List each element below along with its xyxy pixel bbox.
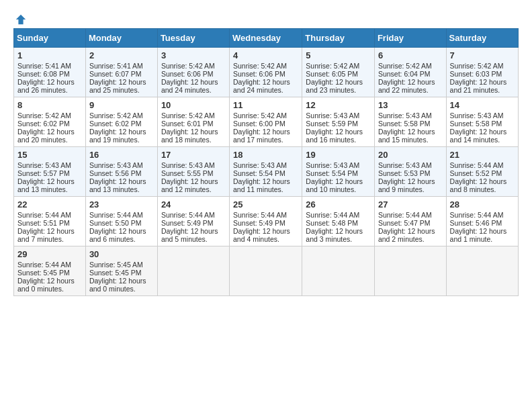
day-number: 26 (306, 199, 371, 210)
sunrise-text: Sunrise: 5:42 AM (89, 111, 154, 120)
daylight-text: Daylight: 12 hours and 3 minutes. (306, 227, 371, 243)
day-number: 1 (17, 50, 82, 60)
calendar-cell: 26Sunrise: 5:44 AMSunset: 5:48 PMDayligh… (302, 197, 375, 246)
svg-marker-0 (16, 15, 26, 24)
daylight-text: Daylight: 12 hours and 13 minutes. (17, 177, 82, 193)
logo-icon (15, 13, 27, 26)
day-number: 6 (378, 50, 443, 60)
sunset-text: Sunset: 6:02 PM (17, 120, 82, 128)
sunset-text: Sunset: 5:50 PM (89, 219, 154, 227)
sunset-text: Sunset: 6:01 PM (161, 120, 226, 128)
daylight-text: Daylight: 12 hours and 4 minutes. (233, 227, 298, 243)
sunrise-text: Sunrise: 5:41 AM (17, 62, 82, 70)
day-number: 19 (306, 150, 371, 160)
daylight-text: Daylight: 12 hours and 18 minutes. (161, 128, 226, 144)
calendar-cell: 3Sunrise: 5:42 AMSunset: 6:06 PMDaylight… (157, 48, 229, 97)
calendar-cell: 18Sunrise: 5:43 AMSunset: 5:54 PMDayligh… (230, 147, 302, 197)
day-number: 30 (89, 249, 154, 259)
sunrise-text: Sunrise: 5:44 AM (450, 161, 515, 169)
sunrise-text: Sunrise: 5:42 AM (306, 62, 371, 70)
daylight-text: Daylight: 12 hours and 17 minutes. (233, 128, 298, 144)
sunset-text: Sunset: 5:57 PM (17, 169, 82, 177)
daylight-text: Daylight: 12 hours and 0 minutes. (17, 277, 82, 293)
calendar-day-header: Monday (85, 29, 157, 48)
calendar-day-header: Sunday (14, 29, 86, 48)
day-number: 18 (233, 150, 298, 160)
sunrise-text: Sunrise: 5:42 AM (233, 62, 298, 70)
day-number: 28 (450, 199, 515, 210)
calendar-cell: 28Sunrise: 5:44 AMSunset: 5:46 PMDayligh… (446, 197, 518, 246)
sunset-text: Sunset: 5:45 PM (89, 269, 154, 277)
daylight-text: Daylight: 12 hours and 16 minutes. (306, 128, 371, 144)
day-number: 17 (161, 150, 226, 160)
calendar-cell: 12Sunrise: 5:43 AMSunset: 5:59 PMDayligh… (302, 97, 375, 147)
calendar-day-header: Wednesday (230, 29, 302, 48)
daylight-text: Daylight: 12 hours and 7 minutes. (17, 227, 82, 243)
daylight-text: Daylight: 12 hours and 5 minutes. (161, 227, 226, 243)
day-number: 12 (306, 100, 371, 110)
sunrise-text: Sunrise: 5:42 AM (450, 62, 515, 70)
calendar-header-row: SundayMondayTuesdayWednesdayThursdayFrid… (14, 29, 519, 48)
calendar-cell (230, 246, 302, 296)
daylight-text: Daylight: 12 hours and 14 minutes. (450, 128, 515, 144)
sunset-text: Sunset: 5:56 PM (89, 169, 154, 177)
calendar-day-header: Tuesday (157, 29, 229, 48)
calendar-week-row: 8Sunrise: 5:42 AMSunset: 6:02 PMDaylight… (14, 97, 519, 147)
sunrise-text: Sunrise: 5:42 AM (161, 111, 226, 120)
day-number: 2 (89, 50, 154, 60)
sunset-text: Sunset: 5:51 PM (17, 219, 82, 227)
daylight-text: Daylight: 12 hours and 11 minutes. (233, 177, 298, 193)
calendar-day-header: Thursday (302, 29, 375, 48)
daylight-text: Daylight: 12 hours and 15 minutes. (378, 128, 443, 144)
sunset-text: Sunset: 5:49 PM (233, 219, 298, 227)
sunrise-text: Sunrise: 5:43 AM (161, 161, 226, 169)
day-number: 10 (161, 100, 226, 110)
calendar-cell: 21Sunrise: 5:44 AMSunset: 5:52 PMDayligh… (446, 147, 518, 197)
sunset-text: Sunset: 5:49 PM (161, 219, 226, 227)
day-number: 7 (450, 50, 515, 60)
sunrise-text: Sunrise: 5:43 AM (89, 161, 154, 169)
daylight-text: Daylight: 12 hours and 10 minutes. (306, 177, 371, 193)
sunset-text: Sunset: 6:06 PM (233, 70, 298, 78)
day-number: 13 (378, 100, 443, 110)
day-number: 11 (233, 100, 298, 110)
calendar-cell: 5Sunrise: 5:42 AMSunset: 6:05 PMDaylight… (302, 48, 375, 97)
sunset-text: Sunset: 5:54 PM (233, 169, 298, 177)
sunset-text: Sunset: 6:00 PM (233, 120, 298, 128)
daylight-text: Daylight: 12 hours and 21 minutes. (450, 78, 515, 94)
sunset-text: Sunset: 6:04 PM (378, 70, 443, 78)
calendar-cell: 24Sunrise: 5:44 AMSunset: 5:49 PMDayligh… (157, 197, 229, 246)
day-number: 8 (17, 100, 82, 110)
sunset-text: Sunset: 6:02 PM (89, 120, 154, 128)
day-number: 9 (89, 100, 154, 110)
day-number: 3 (161, 50, 226, 60)
calendar-week-row: 1Sunrise: 5:41 AMSunset: 6:08 PMDaylight… (14, 48, 519, 97)
calendar-cell: 15Sunrise: 5:43 AMSunset: 5:57 PMDayligh… (14, 147, 86, 197)
daylight-text: Daylight: 12 hours and 20 minutes. (17, 128, 82, 144)
day-number: 20 (378, 150, 443, 160)
calendar-cell: 14Sunrise: 5:43 AMSunset: 5:58 PMDayligh… (446, 97, 518, 147)
sunrise-text: Sunrise: 5:43 AM (378, 111, 443, 120)
calendar-cell (446, 246, 518, 296)
sunset-text: Sunset: 5:54 PM (306, 169, 371, 177)
sunset-text: Sunset: 5:58 PM (450, 120, 515, 128)
sunset-text: Sunset: 5:53 PM (378, 169, 443, 177)
sunset-text: Sunset: 6:05 PM (306, 70, 371, 78)
day-number: 29 (17, 249, 82, 259)
sunrise-text: Sunrise: 5:45 AM (89, 261, 154, 269)
sunrise-text: Sunrise: 5:44 AM (450, 211, 515, 219)
day-number: 23 (89, 199, 154, 210)
sunrise-text: Sunrise: 5:43 AM (17, 161, 82, 169)
sunrise-text: Sunrise: 5:43 AM (306, 111, 371, 120)
calendar-cell: 9Sunrise: 5:42 AMSunset: 6:02 PMDaylight… (85, 97, 157, 147)
sunset-text: Sunset: 5:52 PM (450, 169, 515, 177)
sunset-text: Sunset: 5:45 PM (17, 269, 82, 277)
sunrise-text: Sunrise: 5:42 AM (233, 111, 298, 120)
sunrise-text: Sunrise: 5:42 AM (161, 62, 226, 70)
daylight-text: Daylight: 12 hours and 0 minutes. (89, 277, 154, 293)
calendar-cell (157, 246, 229, 296)
calendar-cell: 22Sunrise: 5:44 AMSunset: 5:51 PMDayligh… (14, 197, 86, 246)
day-number: 21 (450, 150, 515, 160)
sunrise-text: Sunrise: 5:42 AM (17, 111, 82, 120)
calendar-cell: 25Sunrise: 5:44 AMSunset: 5:49 PMDayligh… (230, 197, 302, 246)
